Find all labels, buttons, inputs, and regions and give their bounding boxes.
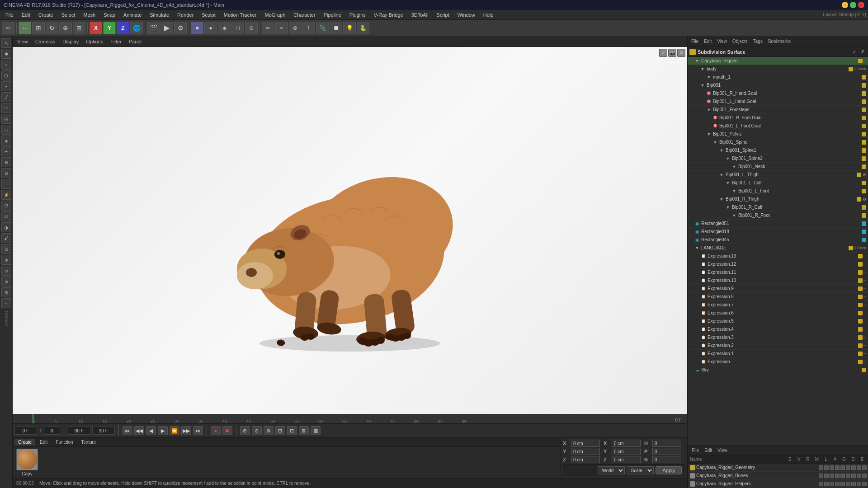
render-view-button[interactable]: 🎬 <box>147 22 160 34</box>
snap-left-tool[interactable]: ⊕ <box>1 255 11 265</box>
coord-x-pos[interactable] <box>571 440 600 447</box>
tree-item-expr2[interactable]: 📋 Expression.2 ··· <box>688 342 868 350</box>
xpresso-tool[interactable]: ⚡ <box>1 190 11 200</box>
tree-item-capybara-rigged[interactable]: ▼ Capybara_Rigged ··· <box>688 57 868 65</box>
select-tool[interactable]: ↖ <box>1 38 11 48</box>
edge-mode-button[interactable]: ◈ <box>218 22 231 34</box>
om-icon-check[interactable]: ✓ <box>851 48 858 56</box>
mograph-left-tool[interactable]: ⊞ <box>1 287 11 297</box>
axis-z-button[interactable]: Z <box>117 22 129 34</box>
vp-maximize-icon[interactable]: ⤢ <box>659 49 667 57</box>
bend-tool[interactable]: ◠ <box>1 103 11 113</box>
coord-z-pos[interactable] <box>571 456 600 463</box>
tree-item-rect045[interactable]: ▣ Rectangle045 <box>688 236 868 244</box>
tree-item-expr1[interactable]: 📋 Expression.1 ··· <box>688 350 868 358</box>
menu-simulate[interactable]: Simulate <box>146 11 173 19</box>
menu-sculpt[interactable]: Sculpt <box>198 11 219 19</box>
tree-item-expr13[interactable]: 📋 Expression.13 ··· <box>688 252 868 260</box>
tree-item-expr6[interactable]: 📋 Expression.6 ··· <box>688 309 868 317</box>
vp-settings-icon[interactable]: ⚙ <box>677 49 685 57</box>
coord-p-val[interactable] <box>652 448 681 455</box>
tree-item-sky[interactable]: ☁ Sky <box>688 366 868 374</box>
menu-mograph[interactable]: MoGraph <box>261 11 289 19</box>
knife-tool-button[interactable]: ⌇ <box>302 22 315 34</box>
model-mode-button[interactable]: ■ <box>191 22 203 34</box>
light-left-tool[interactable]: ☀ <box>1 146 11 156</box>
coord-b-val[interactable] <box>652 456 681 463</box>
render-settings-button[interactable]: ⚙ <box>174 22 187 34</box>
tree-item-neck[interactable]: ▼ Bip001_Neck <box>688 163 868 171</box>
rb-edit-menu[interactable]: Edit <box>703 447 714 453</box>
om-icon-close[interactable]: ✗ <box>859 48 866 56</box>
om-file-menu[interactable]: File <box>689 38 700 44</box>
poly-mode-button[interactable]: ◻ <box>231 22 244 34</box>
camera-tool[interactable]: ◈ <box>1 136 11 145</box>
tree-item-expr5[interactable]: 📋 Expression.5 ··· <box>688 317 868 325</box>
current-frame-input[interactable] <box>14 427 37 435</box>
tree-item-expr7[interactable]: 📋 Expression.7 ··· <box>688 301 868 309</box>
coord-y-pos[interactable] <box>571 448 600 455</box>
menu-edit[interactable]: Edit <box>18 11 34 19</box>
tl-btn-7[interactable]: ▦ <box>311 426 321 435</box>
tree-item-rect018[interactable]: ▣ Rectangle018 <box>688 228 868 236</box>
menu-create[interactable]: Create <box>35 11 57 19</box>
tree-item-l-thigh[interactable]: ▼ Bip001_L_Thigh ⚙ <box>688 171 868 179</box>
rb-view-menu[interactable]: View <box>716 447 729 453</box>
extrude-tool[interactable]: ⬡ <box>1 70 11 80</box>
deformer-tool[interactable]: ≋ <box>1 157 11 167</box>
om-view-menu[interactable]: View <box>715 38 729 44</box>
menu-pipeline[interactable]: Pipeline <box>320 11 345 19</box>
menu-snap[interactable]: Snap <box>100 11 119 19</box>
timeline-tool[interactable]: ⏱ <box>1 201 11 211</box>
close-button[interactable]: × <box>858 2 864 8</box>
tree-item-r-foot[interactable]: ▼ Bip001_R_Foot <box>688 211 868 220</box>
rotate-tool-button[interactable]: ↻ <box>46 22 58 34</box>
tree-item-r-thigh[interactable]: ▼ Bip001_R_Thigh ⚙ <box>688 195 868 203</box>
coord-system-dropdown[interactable]: World Object <box>598 466 625 474</box>
tree-item-spine1[interactable]: ▼ Bip001_Spine1 <box>688 146 868 155</box>
frame-input-2[interactable] <box>44 427 60 435</box>
python-tool-button[interactable]: 🐍 <box>357 22 369 34</box>
tl-btn-1[interactable]: ⊕ <box>240 426 250 435</box>
rb-file-menu[interactable]: File <box>690 447 701 453</box>
uv-mode-button[interactable]: ⊙ <box>245 22 258 34</box>
snap-tool-button[interactable]: 📎 <box>316 22 329 34</box>
sphere-tool[interactable]: ◎ <box>1 114 11 124</box>
move-tool-button[interactable]: ↔ <box>19 22 31 34</box>
tree-item-r-calf[interactable]: ▼ Bip001_R_Calf <box>688 203 868 211</box>
paint-tool[interactable]: ✱ <box>1 49 11 59</box>
vp-menu-display[interactable]: Display <box>60 38 81 45</box>
menu-render[interactable]: Render <box>174 11 197 19</box>
om-bookmarks-menu[interactable]: Bookmarks <box>766 38 793 44</box>
auto-key-button[interactable]: ⏺ <box>222 426 232 435</box>
viewport[interactable]: ⤢ 📷 ⚙ <box>13 47 687 414</box>
tree-item-l-calf[interactable]: ▼ Bip001_L_Calf <box>688 179 868 187</box>
tree-item-body[interactable]: ▼ body ⊞⊟⊛⊕ <box>688 65 868 73</box>
menu-select[interactable]: Select <box>58 11 79 19</box>
menu-window[interactable]: Window <box>454 11 479 19</box>
menu-vray[interactable]: V-Ray Bridge <box>370 11 407 19</box>
tree-item-expr12[interactable]: 📋 Expression.12 ··· <box>688 260 868 268</box>
menu-animate[interactable]: Animate <box>120 11 145 19</box>
tab-function[interactable]: Function <box>52 439 76 446</box>
tree-item-expr3[interactable]: 📋 Expression.3 ··· <box>688 333 868 342</box>
tree-item-expr11[interactable]: 📋 Expression.11 ··· <box>688 268 868 277</box>
paint-tool-button[interactable]: ✏ <box>262 22 274 34</box>
cube-tool[interactable]: □ <box>1 125 11 135</box>
vp-menu-view[interactable]: View <box>14 38 31 45</box>
tree-item-mouth[interactable]: ▼ mouth_1 <box>688 73 868 81</box>
om-tags-menu[interactable]: Tags <box>751 38 764 44</box>
material-tool[interactable]: ◑ <box>1 222 11 232</box>
menu-help[interactable]: Help <box>480 11 497 19</box>
loop-tool[interactable]: ○ <box>1 60 11 70</box>
play-button[interactable]: ▶ <box>158 426 168 435</box>
smooth-tool-button[interactable]: ≈ <box>275 22 288 34</box>
coord-x-rot[interactable] <box>612 440 641 447</box>
record-button[interactable]: ● <box>211 426 221 435</box>
sculpt-left-tool[interactable]: ⊡ <box>1 244 11 254</box>
point-mode-button[interactable]: ● <box>204 22 217 34</box>
menu-3dtoall[interactable]: 3DToAll <box>408 11 432 19</box>
tab-edit[interactable]: Edit <box>36 439 51 446</box>
sculpt-tool-button[interactable]: ⊛ <box>289 22 302 34</box>
coord-system-button[interactable]: ⊞ <box>73 22 85 34</box>
